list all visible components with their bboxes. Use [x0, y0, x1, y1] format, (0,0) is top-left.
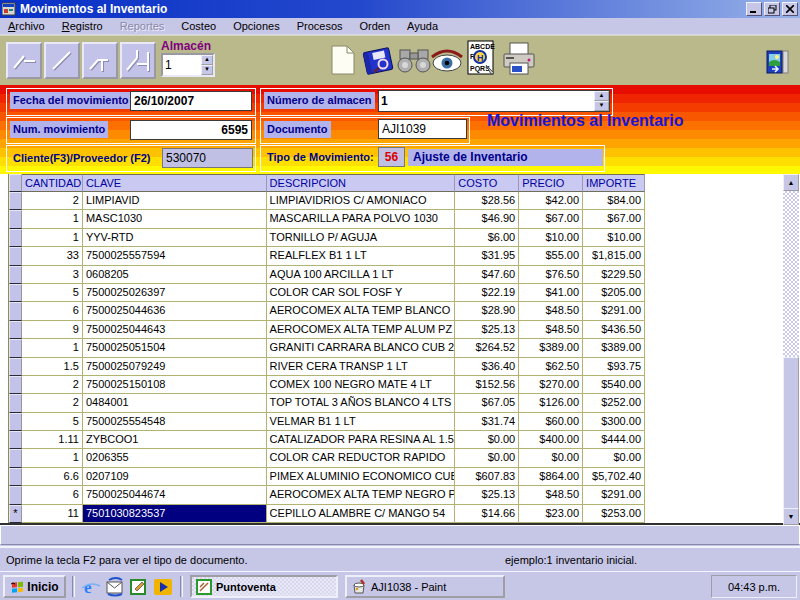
cell-precio[interactable]: $48.50	[519, 486, 583, 504]
row-selector[interactable]	[9, 210, 22, 228]
cell-precio[interactable]: $23.00	[519, 505, 583, 523]
cell-descripcion[interactable]: REALFLEX B1 1 LT	[267, 247, 456, 265]
cell-descripcion[interactable]: CATALIZADOR PARA RESINA AL 1.5	[267, 431, 456, 449]
row-selector[interactable]	[9, 266, 22, 284]
scroll-down-icon[interactable]: ▼	[783, 508, 799, 525]
cell-descripcion[interactable]: CEPILLO ALAMBRE C/ MANGO 54	[267, 505, 456, 523]
cell-descripcion[interactable]: GRANITI CARRARA BLANCO CUB 26	[267, 339, 456, 357]
cell-importe[interactable]: $291.00	[583, 302, 645, 320]
cell-cantidad[interactable]: 6	[22, 486, 83, 504]
almacen-spin-down-icon[interactable]: ▼	[201, 65, 213, 75]
row-selector[interactable]	[9, 321, 22, 339]
row-selector[interactable]	[9, 486, 22, 504]
row-selector[interactable]: *	[9, 505, 22, 523]
cell-precio[interactable]: $48.50	[519, 321, 583, 339]
cell-clave[interactable]: 7500025554548	[83, 413, 267, 431]
cell-importe[interactable]: $444.00	[583, 431, 645, 449]
cell-cantidad[interactable]: 2	[22, 192, 83, 210]
cell-descripcion[interactable]: AQUA 100 ARCILLA 1 LT	[267, 266, 456, 284]
cell-costo[interactable]: $6.00	[455, 229, 519, 247]
cell-descripcion[interactable]: AEROCOMEX ALTA TEMP NEGRO PZ	[267, 486, 456, 504]
cell-cantidad[interactable]: 5	[22, 413, 83, 431]
scrollbar-thumb[interactable]	[783, 357, 799, 522]
cell-importe[interactable]: $389.00	[583, 339, 645, 357]
cell-cantidad[interactable]: 1.11	[22, 431, 83, 449]
cell-importe[interactable]: $291.00	[583, 486, 645, 504]
grid-corner[interactable]	[9, 174, 22, 192]
cell-importe[interactable]: $436.50	[583, 321, 645, 339]
save-lookup-icon[interactable]	[362, 47, 394, 75]
nav-first-button[interactable]	[6, 42, 42, 79]
cell-importe[interactable]: $300.00	[583, 413, 645, 431]
cell-clave[interactable]: 0484001	[83, 394, 267, 412]
new-document-icon[interactable]	[330, 45, 356, 75]
exit-door-icon[interactable]	[766, 50, 790, 74]
cell-cantidad[interactable]: 1	[22, 339, 83, 357]
scrollbar-track[interactable]	[783, 191, 799, 508]
cell-cantidad[interactable]: 3	[22, 266, 83, 284]
cell-costo[interactable]: $47.60	[455, 266, 519, 284]
cell-descripcion[interactable]: RIVER CERA TRANSP 1 LT	[267, 358, 456, 376]
cell-importe[interactable]: $205.00	[583, 284, 645, 302]
scroll-up-icon[interactable]: ▲	[783, 174, 799, 191]
row-selector[interactable]	[9, 449, 22, 467]
cell-clave[interactable]: 7500025079249	[83, 358, 267, 376]
cell-precio[interactable]: $270.00	[519, 376, 583, 394]
cell-importe[interactable]: $67.00	[583, 210, 645, 228]
row-selector[interactable]	[9, 339, 22, 357]
cell-clave[interactable]: 7500025150108	[83, 376, 267, 394]
column-header-descripcion[interactable]: DESCRIPCION	[267, 174, 456, 192]
numero-almacen-input[interactable]	[379, 91, 594, 111]
row-selector[interactable]	[9, 229, 22, 247]
nav-next-button[interactable]	[82, 42, 118, 79]
cell-descripcion[interactable]: AEROCOMEX ALTA TEMP ALUM PZ	[267, 321, 456, 339]
cell-cantidad[interactable]: 5	[22, 284, 83, 302]
row-selector[interactable]	[9, 192, 22, 210]
cell-importe[interactable]: $84.00	[583, 192, 645, 210]
cell-precio[interactable]: $400.00	[519, 431, 583, 449]
cell-cantidad[interactable]: 9	[22, 321, 83, 339]
documento-input[interactable]	[378, 119, 467, 139]
media-player-icon[interactable]	[152, 576, 173, 597]
cell-cantidad[interactable]: 2	[22, 394, 83, 412]
cell-precio[interactable]: $0.00	[519, 449, 583, 467]
row-selector[interactable]	[9, 468, 22, 486]
row-selector[interactable]	[9, 284, 22, 302]
menu-procesos[interactable]: Procesos	[297, 20, 343, 32]
row-selector[interactable]	[9, 394, 22, 412]
column-header-cantidad[interactable]: CANTIDAD	[22, 174, 83, 192]
menu-opciones[interactable]: Opciones	[233, 20, 279, 32]
cell-importe[interactable]: $10.00	[583, 229, 645, 247]
start-button[interactable]: Inicio	[3, 575, 66, 598]
cell-costo[interactable]: $31.74	[455, 413, 519, 431]
nav-previous-button[interactable]	[44, 42, 80, 79]
cell-cantidad[interactable]: 1	[22, 210, 83, 228]
almacen-spin-up-icon[interactable]: ▲	[201, 55, 213, 65]
cell-costo[interactable]: $25.13	[455, 321, 519, 339]
cell-precio[interactable]: $41.00	[519, 284, 583, 302]
cell-precio[interactable]: $55.00	[519, 247, 583, 265]
cell-descripcion[interactable]: PIMEX ALUMINIO ECONOMICO CUB 20	[267, 468, 456, 486]
cell-clave[interactable]: 0206355	[83, 449, 267, 467]
cell-cantidad[interactable]: 2	[22, 376, 83, 394]
cell-costo[interactable]: $152.56	[455, 376, 519, 394]
cell-precio[interactable]: $76.50	[519, 266, 583, 284]
cell-clave[interactable]: MASC1030	[83, 210, 267, 228]
row-selector[interactable]	[9, 302, 22, 320]
cell-costo[interactable]: $46.90	[455, 210, 519, 228]
cell-clave[interactable]: 7501030823537	[83, 505, 267, 523]
column-header-clave[interactable]: CLAVE	[83, 174, 267, 192]
cell-precio[interactable]: $42.00	[519, 192, 583, 210]
cell-clave[interactable]: 7500025557594	[83, 247, 267, 265]
cell-clave[interactable]: ZYBCOO1	[83, 431, 267, 449]
font-letters-icon[interactable]: ABCDE F I PQRS H	[467, 40, 497, 78]
binoculars-search-icon[interactable]	[397, 49, 431, 73]
cell-costo[interactable]: $264.52	[455, 339, 519, 357]
cell-clave[interactable]: 7500025044674	[83, 486, 267, 504]
row-selector[interactable]	[9, 413, 22, 431]
cell-descripcion[interactable]: COLOR CAR SOL FOSF Y	[267, 284, 456, 302]
menu-reportes[interactable]: Reportes	[120, 20, 165, 32]
cell-cantidad[interactable]: 1.5	[22, 358, 83, 376]
cell-importe[interactable]: $93.75	[583, 358, 645, 376]
cell-importe[interactable]: $1,815.00	[583, 247, 645, 265]
